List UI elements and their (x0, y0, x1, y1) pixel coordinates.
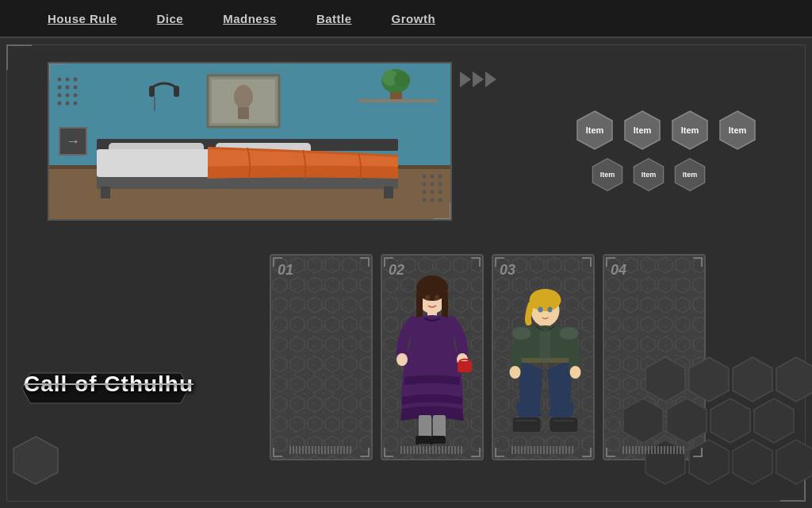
svg-point-65 (425, 295, 430, 301)
svg-marker-96 (13, 437, 58, 484)
card-barcode-1 (289, 446, 353, 454)
nav-dice[interactable]: Dice (157, 12, 184, 25)
game-title-area: Call of Cthulhu (24, 371, 193, 397)
svg-point-21 (423, 198, 427, 202)
card-number-1: 01 (278, 262, 293, 279)
card-corner-bl (273, 448, 282, 457)
image-panel: → (48, 62, 452, 221)
card-corner-br-3 (582, 448, 592, 457)
svg-rect-75 (416, 442, 419, 444)
svg-point-2 (74, 78, 78, 82)
svg-rect-76 (430, 442, 433, 444)
card-number-4: 04 (611, 262, 626, 279)
svg-point-17 (439, 183, 442, 187)
item-button-5[interactable]: Item (590, 157, 625, 192)
svg-point-13 (431, 175, 435, 179)
nav-house-rule[interactable]: House Rule (48, 12, 117, 25)
svg-point-1 (66, 78, 70, 82)
arrow-button[interactable]: → (59, 127, 87, 156)
nav-madness[interactable]: Madness (223, 12, 277, 25)
svg-rect-45 (384, 187, 393, 198)
card-corner-bl-4 (606, 448, 615, 457)
svg-rect-85 (550, 418, 578, 432)
item-button-6[interactable]: Item (631, 157, 666, 192)
svg-point-9 (58, 102, 62, 106)
card-corner-br (360, 448, 370, 457)
item-button-7[interactable]: Item (672, 157, 707, 192)
svg-rect-44 (101, 187, 110, 198)
svg-point-10 (66, 102, 70, 106)
svg-marker-47 (473, 71, 484, 87)
svg-rect-30 (238, 107, 249, 119)
svg-point-29 (234, 85, 253, 109)
svg-point-34 (394, 72, 410, 87)
svg-marker-98 (689, 357, 729, 402)
svg-marker-103 (710, 398, 750, 443)
svg-point-88 (510, 366, 521, 379)
svg-rect-63 (416, 291, 423, 319)
card-corner-br-2 (471, 448, 481, 457)
main-content: → Item Item (0, 38, 812, 508)
item-button-1[interactable]: Item (574, 110, 615, 151)
card-number-3: 03 (500, 262, 515, 279)
character-boy (502, 283, 585, 441)
svg-point-12 (423, 175, 427, 179)
svg-point-3 (58, 86, 62, 90)
play-arrows-icon (460, 70, 508, 89)
dot-grid-left (56, 75, 79, 110)
svg-point-15 (423, 183, 427, 187)
svg-rect-72 (433, 415, 446, 439)
card-corner-tr (360, 257, 370, 267)
svg-point-23 (439, 198, 442, 202)
svg-point-66 (435, 295, 439, 301)
svg-point-20 (439, 190, 442, 194)
play-button[interactable] (460, 70, 812, 89)
card-barcode-3 (511, 446, 575, 454)
card-corner-br-4 (693, 448, 703, 457)
svg-point-18 (423, 190, 427, 194)
svg-point-4 (66, 86, 70, 90)
card-2[interactable]: 02 (381, 254, 484, 460)
items-panel: Item Item Item Item (574, 110, 764, 198)
svg-rect-91 (540, 330, 551, 362)
svg-marker-104 (754, 398, 794, 443)
svg-rect-84 (513, 418, 541, 432)
svg-rect-70 (458, 361, 472, 372)
card-corner-bl-3 (495, 448, 504, 457)
nav-growth[interactable]: Growth (392, 12, 436, 25)
svg-marker-97 (645, 357, 685, 402)
room-scene (49, 64, 452, 221)
svg-point-89 (570, 366, 581, 379)
svg-point-6 (58, 94, 62, 98)
svg-marker-101 (623, 398, 663, 443)
svg-point-92 (512, 327, 531, 340)
svg-point-14 (439, 175, 442, 179)
nav-battle[interactable]: Battle (316, 12, 352, 25)
card-corner-tr-4 (693, 257, 703, 267)
svg-point-8 (74, 94, 78, 98)
item-button-3[interactable]: Item (669, 110, 710, 151)
svg-rect-35 (358, 99, 438, 102)
svg-point-81 (538, 307, 543, 313)
svg-point-11 (74, 102, 78, 106)
svg-point-68 (396, 353, 408, 366)
item-button-4[interactable]: Item (717, 110, 758, 151)
card-1[interactable]: 01 (270, 254, 373, 460)
svg-point-93 (560, 327, 579, 340)
svg-marker-106 (689, 440, 729, 484)
card-corner-bl-2 (384, 448, 393, 457)
items-row-2: Item Item Item (574, 157, 764, 192)
svg-rect-58 (271, 256, 373, 460)
arrow-icon: → (66, 133, 80, 150)
character-girl (393, 274, 472, 444)
svg-point-0 (58, 78, 62, 82)
item-button-2[interactable]: Item (622, 110, 663, 151)
decorative-hex-left (4, 433, 67, 496)
svg-point-16 (431, 183, 435, 187)
svg-point-82 (548, 307, 553, 313)
nav-bar: House Rule Dice Madness Battle Growth (0, 0, 812, 38)
svg-point-22 (431, 198, 435, 202)
card-corner-tr-3 (582, 257, 592, 267)
card-3[interactable]: 03 (492, 254, 595, 460)
svg-point-5 (74, 86, 78, 90)
